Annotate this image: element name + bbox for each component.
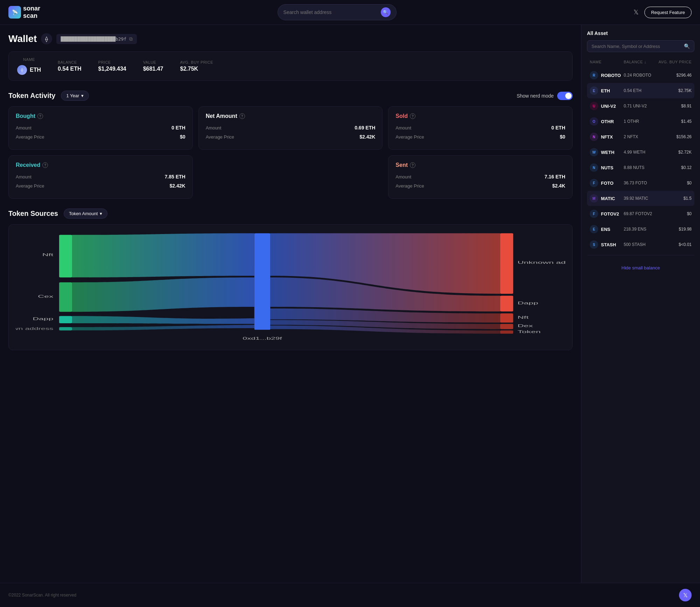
asset-row[interactable]: O OTHR 1 OTHR $1.45 (587, 114, 694, 129)
asset-name-label: NUTS (601, 165, 613, 170)
asset-name-cell: N NFTX (590, 133, 624, 141)
bought-card-title: Bought ? (16, 113, 186, 119)
asset-balance-cell: 1 OTHR (624, 119, 658, 124)
price-stat: PRICE $1,249.434 (98, 60, 126, 72)
global-search-bar[interactable]: 🔍 (278, 4, 397, 20)
period-dropdown[interactable]: 1 Year ▾ (61, 91, 89, 101)
asset-name-label: FOTO (601, 181, 614, 186)
sold-info-icon[interactable]: ? (410, 113, 415, 119)
asset-name-cell: S STASH (590, 240, 624, 249)
asset-row[interactable]: S STASH 500 STASH $<0.01 (587, 237, 694, 252)
bought-info-icon[interactable]: ? (37, 113, 43, 119)
logo[interactable]: 📡 sonarscan (8, 5, 40, 20)
asset-name-cell: F FOTOV2 (590, 210, 624, 218)
left-panel: Wallet ⟠ ████████████████████b29f ⧉ NAME… (0, 25, 581, 583)
asset-balance-cell: 0.71 UNI-V2 (624, 104, 658, 108)
asset-icon: R (590, 71, 598, 79)
eth-logo: ⟠ (17, 65, 27, 75)
asset-balance-cell: 0.24 ROBOTO (624, 73, 658, 78)
wallet-icon: ⟠ (41, 33, 52, 44)
asset-row[interactable]: M MATIC 39.92 MATIC $1.5 (587, 191, 694, 206)
wallet-address: ████████████████████b29f ⧉ (56, 34, 137, 44)
net-card: Net Amount ? Amount 0.69 ETH Average Pri… (198, 106, 383, 150)
asset-name-cell: M MATIC (590, 194, 624, 203)
asset-row[interactable]: N NUTS 8.88 NUTS $0.12 (587, 160, 694, 175)
sent-info-icon[interactable]: ? (410, 162, 415, 168)
asset-row[interactable]: W WETH 4.99 WETH $2.72K (587, 144, 694, 160)
asset-icon: N (590, 133, 598, 141)
sent-amount-row: Amount 7.16 ETH (396, 174, 565, 179)
net-info-icon[interactable]: ? (239, 113, 245, 119)
token-sources-header: Token Sources Token Amount ▾ (8, 209, 573, 219)
hide-small-balance-button[interactable]: Hide small balance (587, 261, 694, 275)
avg-buy-price-stat: AVG. BUY PRICE $2.75K (180, 60, 214, 72)
chevron-down-icon: ▾ (81, 93, 84, 98)
sold-card-title: Sold ? (396, 113, 565, 119)
request-feature-button[interactable]: Request Feature (644, 7, 692, 18)
bought-amount-row: Amount 0 ETH (16, 125, 186, 130)
divider (587, 255, 694, 255)
svg-rect-1 (59, 282, 72, 312)
activity-cards: Bought ? Amount 0 ETH Average Price $0 N… (8, 106, 573, 199)
asset-name-label: ROBOTO (601, 73, 621, 78)
asset-name-label: NFTX (601, 134, 613, 140)
received-card-title: Received ? (16, 162, 186, 168)
net-avgprice-row: Average Price $2.42K (206, 134, 376, 140)
asset-icon: N (590, 163, 598, 172)
asset-name-cell: U UNI-V2 (590, 102, 624, 110)
received-info-icon[interactable]: ? (42, 162, 48, 168)
received-avgprice-row: Average Price $2.42K (16, 183, 186, 189)
svg-rect-0 (59, 235, 72, 277)
asset-search-bar[interactable]: 🔍 (587, 40, 694, 52)
copyright-text: ©2022 SonarScan. All right reserved (8, 593, 76, 598)
token-sources-title: Token Sources (8, 210, 58, 218)
svg-text:0xd1...b29f: 0xd1...b29f (243, 336, 282, 340)
asset-icon: W (590, 148, 598, 156)
col-balance-header: BALANCE ↓ (624, 60, 658, 64)
asset-icon: E (590, 225, 598, 233)
asset-balance-cell: 8.88 NUTS (624, 165, 658, 170)
asset-price-cell: $1.45 (658, 119, 692, 124)
asset-row[interactable]: E ETH 0.54 ETH $2.75K (587, 83, 694, 98)
asset-row[interactable]: E ENS 218.39 ENS $19.98 (587, 221, 694, 237)
asset-price-cell: $156.26 (658, 134, 692, 139)
logo-text: sonarscan (23, 5, 40, 20)
sankey-chart: Nft Cex Dapp Unknown address 0xd1...b29f (8, 224, 573, 350)
sold-card: Sold ? Amount 0 ETH Average Price $0 (388, 106, 573, 150)
twitter-link[interactable]: 𝕏 (634, 8, 639, 16)
asset-row[interactable]: U UNI-V2 0.71 UNI-V2 $8.91 (587, 98, 694, 114)
asset-name-cell: E ETH (590, 86, 624, 95)
asset-icon: U (590, 102, 598, 110)
asset-balance-cell: 36.73 FOTO (624, 181, 658, 185)
asset-price-cell: $0 (658, 181, 692, 185)
svg-rect-10 (500, 233, 513, 294)
svg-rect-11 (500, 296, 513, 311)
top-navigation: 📡 sonarscan 🔍 𝕏 Request Feature (0, 0, 700, 25)
svg-text:Nft: Nft (518, 315, 529, 319)
svg-text:Token: Token (518, 330, 541, 334)
asset-name-label: ETH (601, 88, 610, 93)
search-button[interactable]: 🔍 (381, 7, 391, 17)
footer-twitter-button[interactable]: 𝕏 (679, 589, 692, 601)
col-name-header: NAME (590, 60, 624, 64)
svg-text:Dapp: Dapp (518, 301, 538, 305)
search-input[interactable] (284, 9, 378, 15)
asset-row[interactable]: F FOTO 36.73 FOTO $0 (587, 175, 694, 191)
svg-rect-8 (254, 233, 270, 330)
svg-rect-14 (500, 330, 513, 333)
nerd-mode-toggle[interactable] (557, 92, 573, 100)
sent-card-title: Sent ? (396, 162, 565, 168)
asset-row[interactable]: F FOTOV2 69.87 FOTOV2 $0 (587, 206, 694, 221)
asset-balance-cell: 500 STASH (624, 242, 658, 247)
eth-stats-bar: NAME ⟠ ETH BALANCE 0.54 ETH PRICE $1,249… (8, 51, 573, 81)
svg-rect-3 (59, 327, 72, 330)
token-amount-filter[interactable]: Token Amount ▾ (64, 209, 107, 219)
asset-search-input[interactable] (592, 44, 681, 49)
asset-row[interactable]: N NFTX 2 NFTX $156.26 (587, 129, 694, 144)
token-activity-header: Token Activity 1 Year ▾ Show nerd mode (8, 91, 573, 101)
copy-icon[interactable]: ⧉ (129, 36, 133, 42)
asset-row[interactable]: R ROBOTO 0.24 ROBOTO $296.46 (587, 68, 694, 83)
asset-price-cell: $296.46 (658, 73, 692, 78)
bought-avgprice-row: Average Price $0 (16, 134, 186, 140)
sort-icon[interactable]: ↓ (644, 60, 646, 64)
